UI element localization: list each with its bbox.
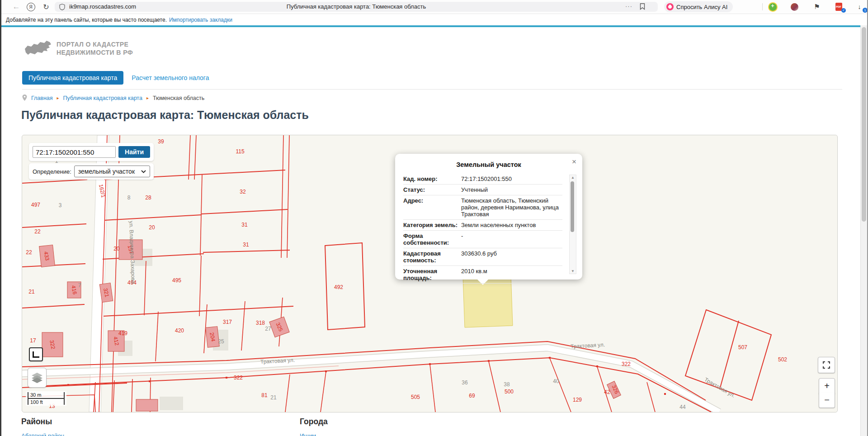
popup-row: Статус:Учтенный: [403, 185, 562, 195]
popup-row-label: Статус:: [403, 186, 461, 193]
popup-row: Кадастровая стоимость:303630.6 руб: [403, 248, 562, 266]
import-bookmarks-link[interactable]: Импортировать закладки: [169, 17, 232, 23]
footer-link[interactable]: Абатский район: [21, 432, 64, 436]
site-logo[interactable]: ПОРТАЛ О КАДАСТРЕ НЕДВИЖИМОСТИ В РФ: [24, 39, 133, 58]
logo-line1: ПОРТАЛ О КАДАСТРЕ: [57, 40, 133, 48]
footer-column: РайоныАбатский район: [21, 417, 64, 436]
russia-map-icon: [24, 39, 52, 58]
popup-row: Форма собственности:-: [403, 231, 562, 248]
scroll-down-icon[interactable]: ▼: [570, 269, 576, 273]
zoom-out-button[interactable]: −: [819, 393, 835, 408]
address-bar[interactable]: ik9map.roscadastres.com Публичная кадаст…: [55, 2, 658, 12]
page-content: ПОРТАЛ О КАДАСТРЕ НЕДВИЖИМОСТИ В РФ Публ…: [1, 25, 860, 436]
popup-row-label: Форма собственности:: [403, 232, 461, 246]
cadastral-map[interactable]: 391151104973828162/132313120222220433157…: [22, 135, 838, 412]
popup-row-label: Кадастровая стоимость:: [403, 250, 461, 264]
toolbar-separator: [762, 3, 763, 10]
bookmarks-bar: Добавляйте на эту панель сайты, которые …: [1, 14, 867, 25]
popup-row-value: 2010 кв.м: [461, 268, 487, 281]
breadcrumb-current: Тюменская область: [153, 95, 204, 101]
popup-row-value: Тюменская область, Тюменский район, дере…: [461, 197, 562, 218]
popup-scrollbar[interactable]: ▲ ▼: [569, 175, 576, 274]
popup-row-value: 303630.6 руб: [461, 250, 497, 264]
reload-icon[interactable]: ↻: [40, 0, 52, 14]
popup-row-value: Земли населенных пунктов: [461, 222, 536, 228]
yandex-icon[interactable]: Я: [25, 0, 37, 14]
footer-column: ГородаИшим: [300, 417, 328, 436]
footer-heading: Районы: [21, 417, 64, 427]
popup-row: Кад. номер:72:17:1502001:550: [403, 174, 562, 185]
layers-button[interactable]: [28, 368, 47, 388]
chevron-down-icon: [141, 170, 146, 173]
popup-row: Уточненная площадь:2010 кв.м: [403, 266, 562, 284]
breadcrumb-map[interactable]: Публичная кадастровая карта: [63, 95, 142, 101]
breadcrumb-separator-icon: ▸: [146, 95, 149, 100]
omnibox-more-icon[interactable]: ···: [625, 3, 632, 9]
extension-pdf-icon[interactable]: PDF ✓: [833, 2, 844, 12]
scale-feet: 100 ft: [28, 399, 65, 405]
zoom-in-button[interactable]: +: [819, 378, 835, 394]
definition-control: Определение: земельный участок: [29, 163, 154, 180]
popup-row-label: Адрес:: [403, 197, 461, 218]
tab-public-cadastral-map[interactable]: Публичная кадастровая карта: [22, 71, 123, 85]
page-title: Публичная кадастровая карта: Тюменская о…: [21, 109, 309, 122]
find-button[interactable]: Найти: [118, 146, 150, 158]
popup-row: Адрес:Тюменская область, Тюменский район…: [403, 195, 562, 220]
extension-flag-icon[interactable]: ⚑: [811, 2, 822, 12]
breadcrumb-home[interactable]: Главная: [31, 95, 53, 101]
extension-adblock-icon[interactable]: +: [767, 2, 778, 12]
scrollbar-thumb[interactable]: [862, 27, 866, 222]
parcel-info-popup: Земельный участок × Кад. номер:72:17:150…: [395, 154, 582, 280]
downloads-icon[interactable]: ↓ 1: [854, 2, 865, 12]
ask-alice-button[interactable]: Спросить Алису AI: [664, 1, 733, 12]
window-frame-left: [0, 0, 1, 436]
footer-link[interactable]: Ишим: [300, 432, 328, 436]
scroll-up-icon[interactable]: ▲: [570, 175, 576, 180]
breadcrumb: Главная ▸ Публичная кадастровая карта ▸ …: [22, 95, 204, 101]
popup-attributes-table: Кад. номер:72:17:1502001:550Статус:Учтен…: [403, 174, 562, 284]
map-search-control: Найти: [29, 143, 154, 161]
fullscreen-button[interactable]: [818, 357, 835, 373]
popup-row-label: Категория земель:: [403, 222, 461, 228]
layers-icon: [31, 372, 43, 383]
popup-scroll-thumb[interactable]: [571, 181, 574, 232]
popup-title: Земельный участок: [395, 154, 582, 168]
back-icon[interactable]: ←: [10, 0, 22, 14]
popup-row-value: 72:17:1502001:550: [461, 175, 512, 182]
scale-meters: 30 m: [28, 392, 65, 399]
close-icon[interactable]: ×: [572, 157, 576, 166]
extension-art-icon[interactable]: [789, 2, 800, 12]
ruler-icon: [33, 351, 39, 358]
popup-row-label: Кад. номер:: [403, 175, 461, 182]
scale-bar: 30 m 100 ft: [26, 391, 66, 406]
logo-line2: НЕДВИЖИМОСТИ В РФ: [57, 48, 133, 57]
bookmark-icon[interactable]: [640, 3, 645, 12]
tab-land-tax[interactable]: Расчет земельного налога: [132, 74, 209, 81]
cadastral-number-input[interactable]: [33, 146, 116, 158]
footer-directories: РайоныАбатский районГородаИшим: [1, 417, 860, 436]
map-pin-icon: [22, 95, 27, 101]
fullscreen-icon: [823, 361, 830, 369]
definition-select[interactable]: земельный участок: [74, 166, 150, 177]
browser-toolbar: ← Я ↻ ik9map.roscadastres.com Публичная …: [1, 0, 867, 14]
site-tabs: Публичная кадастровая карта Расчет земел…: [22, 71, 209, 85]
popup-row: Категория земель:Земли населенных пункто…: [403, 220, 562, 231]
bookmarks-hint: Добавляйте на эту панель сайты, которые …: [6, 17, 167, 23]
page-scrollbar[interactable]: [860, 25, 867, 436]
definition-label: Определение:: [33, 168, 71, 175]
measure-tool-button[interactable]: [29, 347, 43, 361]
header-divider: [22, 89, 842, 90]
popup-row-label: Уточненная площадь:: [403, 268, 461, 281]
alice-icon: [666, 3, 674, 10]
breadcrumb-separator-icon: ▸: [57, 95, 59, 100]
page-tab-title: Публичная кадастровая карта: Тюменская о…: [55, 3, 658, 10]
popup-row-value: Учтенный: [461, 186, 488, 193]
popup-row-value: -: [461, 232, 463, 246]
footer-heading: Города: [300, 417, 328, 427]
